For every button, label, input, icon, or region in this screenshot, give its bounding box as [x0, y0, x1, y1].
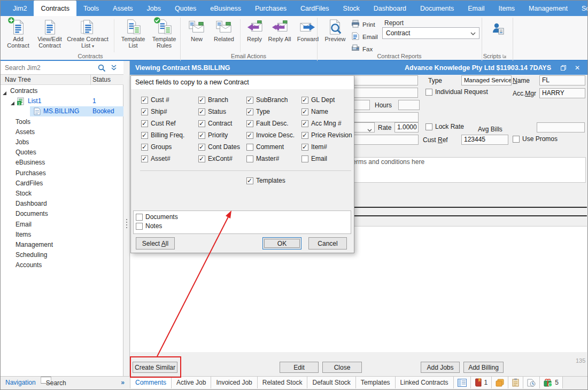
checkbox-notes[interactable]: Notes: [136, 222, 162, 230]
edit-button[interactable]: Edit: [280, 362, 319, 373]
tree-item-tools[interactable]: Tools: [1, 117, 123, 127]
checkbox-ship-number[interactable]: Ship#: [141, 108, 167, 115]
tree-item-cardfiles[interactable]: CardFiles: [1, 178, 123, 189]
cancel-button[interactable]: Cancel: [308, 237, 347, 249]
template-rules-button[interactable]: Template Rules: [148, 17, 180, 49]
avg-bills-field[interactable]: [537, 122, 585, 132]
tree-item-ms-billing[interactable]: MS.BILLING Booked: [1, 106, 123, 116]
navigation-tab[interactable]: Navigation: [1, 377, 41, 388]
search-options-chevron-icon[interactable]: [111, 65, 117, 73]
sidebar-splitter[interactable]: [123, 61, 130, 376]
checkbox-box[interactable]: [136, 223, 143, 230]
checkbox-fault-desc[interactable]: Fault Desc.: [246, 120, 289, 127]
menu-tools[interactable]: Tools: [76, 1, 106, 16]
related-email-button[interactable]: Related: [209, 17, 239, 42]
checkbox-excont[interactable]: ExCont#: [198, 155, 233, 162]
more-tabs-chevron-icon[interactable]: »: [121, 377, 130, 390]
checkbox-gl-dept[interactable]: GL Dept: [301, 96, 335, 104]
menu-scheduling[interactable]: Scheduling: [575, 1, 588, 16]
cust-ref-field[interactable]: 123445: [461, 135, 508, 145]
tree-item-management[interactable]: Management: [1, 240, 123, 250]
history-button[interactable]: [523, 377, 540, 388]
checkbox-status[interactable]: Status: [198, 108, 226, 115]
checkbox-invoice-desc[interactable]: Invoice Desc.: [246, 131, 295, 139]
individual-request-checkbox[interactable]: Individual Request: [425, 88, 488, 96]
report-select[interactable]: Contract: [382, 27, 479, 39]
checkbox-price-revision[interactable]: Price Revision: [301, 131, 352, 139]
checkbox-cust-number[interactable]: Cust #: [141, 96, 169, 104]
nav-tree-column-header[interactable]: Nav Tree: [5, 76, 31, 83]
tree-item-contracts[interactable]: Contracts: [1, 86, 123, 96]
print-button[interactable]: Print: [351, 20, 375, 29]
checkbox-box[interactable]: [301, 144, 308, 151]
checkbox-box[interactable]: [141, 144, 148, 151]
tree-item-jobs[interactable]: Jobs: [1, 137, 123, 147]
search-input[interactable]: [4, 63, 91, 73]
menu-cardfiles[interactable]: CardFiles: [293, 1, 336, 16]
menu-items[interactable]: Items: [492, 1, 522, 16]
tree-item-scheduling[interactable]: Scheduling: [1, 250, 123, 260]
menu-email[interactable]: Email: [461, 1, 491, 16]
tab-linked-contracts[interactable]: Linked Contracts: [396, 377, 454, 388]
checkbox-box[interactable]: [198, 132, 205, 139]
tab-active-job[interactable]: Active Job: [172, 377, 211, 388]
checkbox-priority[interactable]: Priority: [198, 131, 228, 139]
comments-view-button[interactable]: [454, 377, 471, 388]
tree-item-purchases[interactable]: Purchases: [1, 168, 123, 178]
checkbox-box[interactable]: [513, 136, 520, 143]
checkbox-box[interactable]: [246, 120, 253, 127]
menu-jim2[interactable]: Jim2: [6, 1, 34, 16]
reply-all-button[interactable]: Reply All: [267, 17, 292, 42]
menu-quotes[interactable]: Quotes: [168, 1, 203, 16]
checkbox-box[interactable]: [198, 108, 205, 115]
checkbox-billing-freq[interactable]: Billing Freq.: [141, 131, 184, 139]
close-window-button[interactable]: ✕: [570, 61, 584, 75]
tab-related-stock[interactable]: Related Stock: [258, 377, 308, 388]
checkbox-cont-dates[interactable]: Cont Dates: [198, 143, 240, 151]
menu-assets[interactable]: Assets: [106, 1, 140, 16]
terms-field[interactable]: terms and conditions here: [348, 157, 586, 183]
view-edit-contract-button[interactable]: View/Edit Contract: [34, 17, 66, 49]
checkbox-box[interactable]: [141, 108, 148, 115]
journal-button[interactable]: 1: [471, 377, 492, 388]
tab-comments[interactable]: Comments: [130, 377, 172, 388]
checkbox-comment[interactable]: Comment: [246, 143, 284, 151]
hours-field[interactable]: [398, 100, 420, 110]
menu-stock[interactable]: Stock: [336, 1, 367, 16]
clipboard-button[interactable]: [508, 377, 523, 388]
type-field[interactable]: Managed Service: [461, 75, 512, 85]
tree-item-dashboard[interactable]: Dashboard: [1, 199, 123, 209]
checkbox-contract[interactable]: Contract: [198, 120, 232, 127]
checkbox-email[interactable]: Email: [301, 155, 327, 162]
menu-management[interactable]: Management: [522, 1, 575, 16]
tree-item-list1[interactable]: 1 List1 1: [1, 96, 123, 106]
checkbox-box[interactable]: [301, 108, 308, 115]
checkbox-box[interactable]: [141, 120, 148, 127]
checkbox-box[interactable]: [198, 155, 205, 162]
checkbox-item-number[interactable]: Item#: [301, 143, 327, 151]
menu-dashboard[interactable]: Dashboard: [367, 1, 413, 16]
checkbox-box[interactable]: [198, 120, 205, 127]
fax-button[interactable]: Fax: [351, 44, 373, 53]
email-report-button[interactable]: Email: [351, 32, 378, 41]
tree-item-email[interactable]: Email: [1, 220, 123, 230]
checkbox-box[interactable]: [301, 120, 308, 127]
menu-documents[interactable]: Documents: [413, 1, 461, 16]
reply-button[interactable]: Reply: [242, 17, 267, 42]
checkbox-box[interactable]: [246, 108, 253, 115]
menu-ebusiness[interactable]: eBusiness: [203, 1, 248, 16]
tree-item-assets[interactable]: Assets: [1, 127, 123, 137]
checkbox-name[interactable]: Name: [301, 108, 328, 115]
checkbox-box[interactable]: [141, 132, 148, 139]
tab-default-stock[interactable]: Default Stock: [307, 377, 355, 388]
checkbox-documents[interactable]: Documents: [136, 213, 178, 221]
forward-button[interactable]: Forward: [292, 17, 323, 42]
copy-documents-button[interactable]: [492, 377, 508, 388]
ok-button[interactable]: OK: [262, 237, 301, 249]
checkbox-box[interactable]: [425, 123, 432, 130]
restore-window-button[interactable]: [556, 61, 570, 75]
checkbox-box[interactable]: [141, 155, 148, 162]
status-column-header[interactable]: Status: [92, 76, 111, 83]
tree-item-accounts[interactable]: Accounts: [1, 260, 123, 270]
checkbox-acc-mng[interactable]: Acc Mng #: [301, 120, 342, 127]
